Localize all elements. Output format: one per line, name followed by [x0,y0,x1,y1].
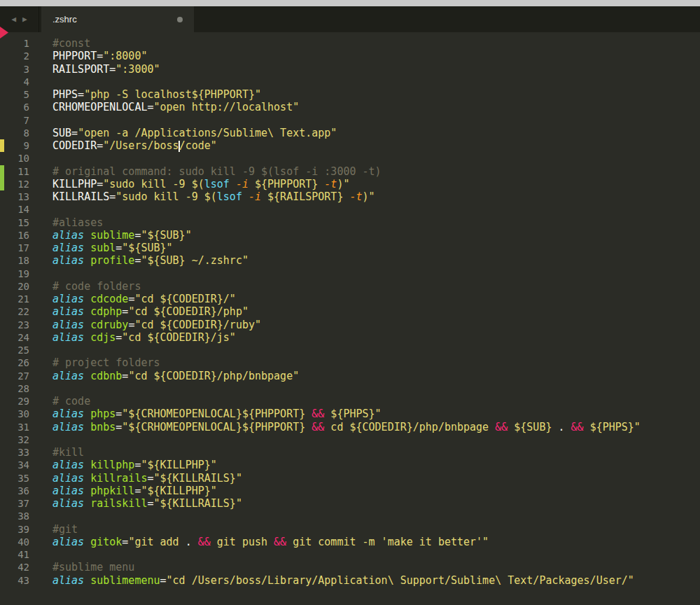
code-line[interactable]: 24alias cdjs="cd ${CODEDIR}/js" [0,331,700,344]
line-number[interactable]: 8 [4,127,29,139]
code-line[interactable]: 28 [0,382,700,395]
line-number[interactable]: 23 [4,319,29,331]
code-line[interactable]: 25 [0,344,700,356]
line-number[interactable]: 11 [4,166,29,177]
line-number[interactable]: 28 [4,383,29,394]
code-line[interactable]: 15#aliases [0,216,700,229]
line-number[interactable]: 19 [4,268,29,279]
tab-zshrc[interactable]: .zshrc [41,6,194,32]
line-number[interactable]: 41 [4,549,29,560]
code-line[interactable]: 38 [0,510,700,522]
line-number[interactable]: 33 [4,447,29,458]
code-line[interactable]: 5PHPS="php -S localhost${PHPPORT}" [0,88,700,101]
code-token: alias [52,536,84,548]
code-line[interactable]: 34alias killphp="${KILLPHP}" [0,459,700,471]
code-line[interactable]: 3RAILSPORT=":3000" [0,63,700,76]
code-line[interactable]: 8SUB="open -a /Applications/Sublime\ Tex… [0,127,700,139]
code-line[interactable]: 6CRHOMEOPENLOCAL="open http://localhost" [0,101,700,113]
line-number[interactable]: 18 [4,255,29,266]
code-line[interactable]: 13KILLRAILS="sudo kill -9 $(lsof -i ${RA… [0,190,700,203]
code-line[interactable]: 11# original command: sudo kill -9 $(lso… [0,165,700,178]
line-number[interactable]: 29 [4,396,29,407]
code-line[interactable]: 42#sublime menu [0,561,700,573]
code-line[interactable]: 21alias cdcode="cd ${CODEDIR}/" [0,293,700,305]
code-token [84,536,90,548]
code-line[interactable]: 16alias sublime="${SUB}" [0,229,700,242]
line-number[interactable]: 1 [4,38,29,49]
line-number[interactable]: 24 [4,332,29,343]
code-token: "${SUB}" [141,229,191,242]
line-number[interactable]: 13 [4,191,29,202]
line-number[interactable]: 31 [4,422,29,433]
code-line[interactable]: 22alias cdphp="cd ${CODEDIR}/php" [0,305,700,318]
line-number[interactable]: 38 [4,510,29,522]
code-line[interactable]: 14 [0,203,700,216]
code-line[interactable]: 31alias bnbs="${CRHOMEOPENLOCAL}${PHPPOR… [0,421,700,433]
line-number[interactable]: 43 [4,575,29,586]
line-number[interactable]: 35 [4,473,29,484]
line-number[interactable]: 10 [4,153,29,164]
line-number[interactable]: 27 [4,370,29,382]
line-number[interactable]: 39 [4,524,29,535]
line-number[interactable]: 15 [4,217,29,228]
line-number[interactable]: 14 [4,204,29,215]
code-line[interactable]: 17alias subl="${SUB}" [0,242,700,254]
line-number[interactable]: 36 [4,485,29,496]
line-number[interactable]: 20 [4,281,29,292]
code-line[interactable]: 35alias killrails="${KILLRAILS}" [0,472,700,485]
code-line[interactable]: 26# project folders [0,356,700,369]
line-number[interactable]: 21 [4,293,29,305]
code-token: cdjs [90,331,115,344]
code-line[interactable]: 29# code [0,395,700,408]
line-number[interactable]: 37 [4,498,29,509]
line-number[interactable]: 22 [4,306,29,317]
nav-back-icon[interactable]: ◀ [11,15,16,24]
code-line[interactable]: 36alias phpkill="${KILLPHP}" [0,485,700,497]
nav-forward-icon[interactable]: ▶ [22,15,27,24]
line-number[interactable]: 34 [4,459,29,471]
code-token: -i [248,190,261,203]
editor[interactable]: 1#const2PHPPORT=":8000"3RAILSPORT=":3000… [0,32,700,605]
line-number[interactable]: 17 [4,242,29,253]
line-number[interactable]: 6 [4,102,29,113]
line-number[interactable]: 5 [4,89,29,100]
line-number[interactable]: 26 [4,357,29,368]
line-number[interactable]: 3 [4,64,29,75]
code-line[interactable]: 27alias cdbnb="cd ${CODEDIR}/php/bnbpage… [0,370,700,382]
code-token: # code [52,395,90,408]
code-line[interactable]: 30alias phps="${CRHOMEOPENLOCAL}${PHPPOR… [0,408,700,420]
line-number[interactable]: 42 [4,562,29,573]
code-line[interactable]: 1#const [0,37,700,50]
code-line[interactable]: 40alias gitok="git add . && git push && … [0,536,700,548]
code-line[interactable]: 7 [0,114,700,127]
line-number[interactable]: 40 [4,536,29,548]
line-number[interactable]: 32 [4,434,29,445]
line-number[interactable]: 16 [4,230,29,241]
line-number[interactable]: 4 [4,76,29,88]
code-line[interactable]: 10 [0,152,700,165]
code-line[interactable]: 2PHPPORT=":8000" [0,50,700,62]
code-line[interactable]: 4 [0,76,700,88]
code-token: # project folders [52,356,160,369]
line-number[interactable]: 9 [4,140,29,151]
code-line[interactable]: 41 [0,548,700,561]
code-line[interactable]: 23alias cdruby="cd ${CODEDIR}/ruby" [0,319,700,331]
code-line[interactable]: 20# code folders [0,280,700,293]
code-text: #const [29,37,90,50]
line-number[interactable]: 30 [4,408,29,419]
line-number[interactable]: 2 [4,50,29,62]
code-line[interactable]: 12KILLPHP="sudo kill -9 $(lsof -i ${PHPP… [0,178,700,190]
code-line[interactable]: 32 [0,433,700,446]
line-number[interactable]: 12 [4,179,29,190]
code-token: "${SUB}" [122,242,172,254]
code-line[interactable]: 19 [0,267,700,280]
line-number[interactable]: 7 [4,115,29,126]
code-line[interactable]: 18alias profile="${SUB} ~/.zshrc" [0,254,700,267]
code-line[interactable]: 43alias sublimemenu="cd /Users/boss/Libr… [0,574,700,587]
line-number[interactable]: 25 [4,345,29,356]
code-line[interactable]: 37alias railskill="${KILLRAILS}" [0,497,700,510]
code-token: killphp [90,459,134,471]
code-line[interactable]: 9CODEDIR="/Users/boss/code" [0,139,700,152]
code-line[interactable]: 39#git [0,523,700,536]
code-line[interactable]: 33#kill [0,446,700,459]
